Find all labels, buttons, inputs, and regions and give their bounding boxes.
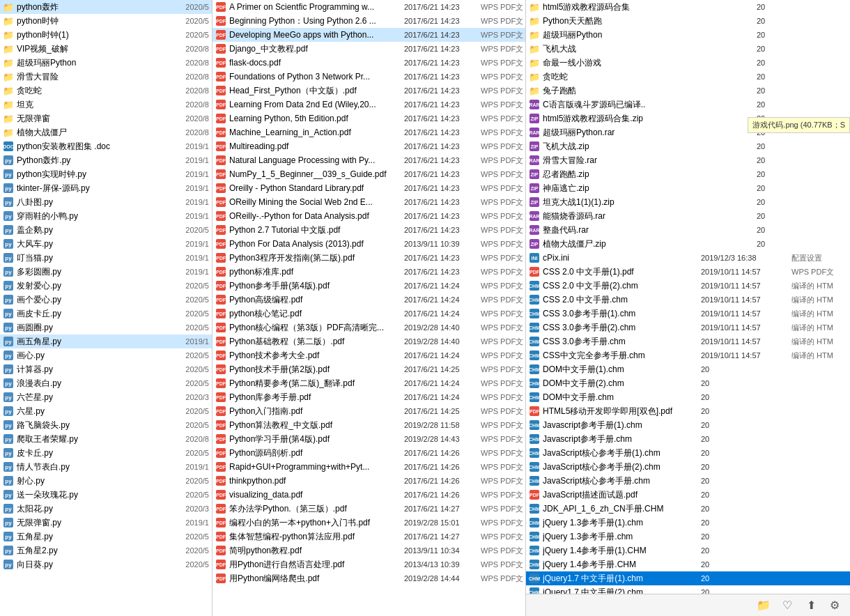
list-item[interactable]: RARC语言版魂斗罗源码已编译..20 — [526, 98, 850, 111]
list-item[interactable]: py画个爱心.py2020/5 — [0, 293, 212, 307]
list-item[interactable]: CHMCSS 2.0 中文手册(2).chm2019/10/11 14:57编译… — [526, 279, 850, 293]
list-item[interactable]: PDFPython算法教程_中文版.pdf2019/2/28 11:58WPS … — [212, 418, 525, 432]
list-item[interactable]: CHMCSS 3.0参考手册(1).chm2019/10/11 14:57编译的… — [526, 307, 850, 321]
list-item[interactable]: py八卦图.py2019/1 — [0, 195, 212, 209]
list-item[interactable]: CHMJavascript参考手册(1).chm20 — [526, 418, 850, 432]
list-item[interactable]: CHMJavaScript核心参考手册(2).chm20 — [526, 460, 850, 474]
list-item[interactable]: py皮卡丘.py2020/5 — [0, 446, 212, 460]
list-item[interactable]: PDFflask-docs.pdf2017/6/21 14:23WPS PDF文 — [212, 56, 525, 70]
list-item[interactable]: 📁超级玛丽Python2020/8 — [0, 56, 212, 70]
list-item[interactable]: PDFPython基础教程（第二版）.pdf2019/2/28 14:40WPS… — [212, 334, 525, 348]
list-item[interactable]: PDFLearning Python, 5th Edition.pdf2017/… — [212, 111, 525, 125]
list-item[interactable]: CHMJavaScript核心参考手册(1).chm20 — [526, 446, 850, 460]
list-item[interactable]: CHMCSS 3.0参考手册.chm2019/10/11 14:57编译的 HT… — [526, 334, 850, 348]
list-item[interactable]: py画圆圈.py2020/5 — [0, 321, 212, 334]
list-item[interactable]: PDFPython源码剖析.pdf2017/6/21 14:26WPS PDF文 — [212, 446, 525, 460]
list-item[interactable]: PDFPython入门指南.pdf2017/6/21 14:25WPS PDF文 — [212, 404, 525, 418]
list-item[interactable]: CHMjQuery 1.4参考手册(1).CHM20 — [526, 544, 850, 557]
list-item[interactable]: PDFNumPy_1_5_Beginner__039_s_Guide.pdf20… — [212, 167, 525, 181]
list-item[interactable]: py六星.py2020/5 — [0, 404, 212, 418]
list-item[interactable]: CHMjQuery1.7 中文手册(1).chm20 — [526, 571, 850, 585]
list-item[interactable]: PDFJavaScript描述面试题.pdf20 — [526, 488, 850, 502]
list-item[interactable]: PDF用Python编网络爬虫.pdf2019/2/28 14:44WPS PD… — [212, 571, 525, 585]
list-item[interactable]: PDFA Primer on Scientfic Programming w..… — [212, 0, 525, 14]
list-item[interactable]: CHMjQuery 1.3参考手册.chm20 — [526, 530, 850, 544]
folder-icon[interactable]: 📁 — [755, 597, 772, 614]
list-item[interactable]: 📁超级玛丽Python20 — [526, 28, 850, 42]
list-item[interactable]: PDFPython核心编程（第3版）PDF高清晰完...2019/2/28 14… — [212, 321, 525, 334]
list-item[interactable]: 📁无限弹窗2020/8 — [0, 111, 212, 125]
list-item[interactable]: py画皮卡丘.py2020/5 — [0, 307, 212, 321]
list-item[interactable]: 📁python时钟(1)2020/5 — [0, 28, 212, 42]
list-item[interactable]: pytkinter-屏保-源码.py2019/1 — [0, 181, 212, 195]
list-item[interactable]: 📁html5游戏教程源码合集20 — [526, 0, 850, 14]
list-item[interactable]: py叮当猫.py2019/1 — [0, 251, 212, 265]
list-item[interactable]: PDFPython高级编程.pdf2017/6/21 14:24WPS PDF文 — [212, 293, 525, 307]
list-item[interactable]: PDFHTML5移动开发即学即用[双色].pdf20 — [526, 404, 850, 418]
list-item[interactable]: py路飞脑袋头.py2020/5 — [0, 418, 212, 432]
list-item[interactable]: 📁飞机大战20 — [526, 42, 850, 56]
heart-icon[interactable]: ♡ — [779, 597, 796, 614]
list-item[interactable]: DOCpython安装教程图集 .doc2019/1 — [0, 139, 212, 153]
list-item[interactable]: 📁命最一线小游戏20 — [526, 56, 850, 70]
list-item[interactable]: PDFPython技术参考大全.pdf2017/6/21 14:24WPS PD… — [212, 348, 525, 362]
list-item[interactable]: pypython实现时钟.py2019/1 — [0, 167, 212, 181]
list-item[interactable]: CHMDOM中文手册.chm20 — [526, 390, 850, 404]
list-item[interactable]: PDFPython 2.7 Tutorial 中文版.pdf2017/6/21 … — [212, 223, 525, 237]
list-item[interactable]: py画五角星.py2019/1 — [0, 334, 212, 348]
list-item[interactable]: PDFLearning From Data 2nd Ed (Wiley,20..… — [212, 98, 525, 111]
list-item[interactable]: PDF编程小白的第一本+python+入门书.pdf2019/2/28 15:0… — [212, 516, 525, 530]
list-item[interactable]: ZIP飞机大战.zip20 — [526, 139, 850, 153]
list-item[interactable]: INIcPix.ini2019/12/3 16:38配置设置 — [526, 251, 850, 265]
list-item[interactable]: CHMCSS中文完全参考手册.chm2019/10/11 14:57编译的 HT… — [526, 348, 850, 362]
list-item[interactable]: ZIP植物大战僵尸.zip20 — [526, 237, 850, 251]
list-item[interactable]: PDFvisualizing_data.pdf2017/6/21 14:26WP… — [212, 488, 525, 502]
list-item[interactable]: CHMJavascript参考手册.chm20 — [526, 432, 850, 446]
list-item[interactable]: py五角星.py2020/5 — [0, 530, 212, 544]
list-item[interactable]: py计算器.py2020/5 — [0, 362, 212, 376]
list-item[interactable]: CHMDOM中文手册(1).chm20 — [526, 362, 850, 376]
list-item[interactable]: PDFHead_First_Python（中文版）.pdf2017/6/21 1… — [212, 84, 525, 98]
list-item[interactable]: 📁植物大战僵尸2020/8 — [0, 125, 212, 139]
list-item[interactable]: PDFCSS 2.0 中文手册(1).pdf2019/10/11 14:57WP… — [526, 265, 850, 279]
list-item[interactable]: PDFPython参考手册(第4版).pdf2017/6/21 14:24WPS… — [212, 279, 525, 293]
list-item[interactable]: PDFDeveloping MeeGo apps with Python...2… — [212, 28, 525, 42]
list-item[interactable]: PDF简明python教程.pdf2013/9/11 10:34WPS PDF文 — [212, 544, 525, 557]
list-item[interactable]: CHMCSS 2.0 中文手册.chm2019/10/11 14:57编译的 H… — [526, 293, 850, 307]
list-item[interactable]: PDFMachine_Learning_in_Action.pdf2017/6/… — [212, 125, 525, 139]
list-item[interactable]: py爬取王者荣耀.py2020/8 — [0, 432, 212, 446]
list-item[interactable]: 📁兔子跑酷20 — [526, 84, 850, 98]
list-item[interactable]: PDFpython核心笔记.pdf2017/6/21 14:24WPS PDF文 — [212, 307, 525, 321]
list-item[interactable]: PDFPython精要参考(第二版)_翻译.pdf2017/6/21 14:24… — [212, 376, 525, 390]
list-item[interactable]: 📁贪吃蛇2020/8 — [0, 84, 212, 98]
list-item[interactable]: PDF笨办法学Python.（第三版）.pdf2017/6/21 14:27WP… — [212, 502, 525, 516]
list-item[interactable]: py多彩圆圈.py2019/1 — [0, 265, 212, 279]
list-item[interactable]: PDFOreilly - Python Standard Library.pdf… — [212, 181, 525, 195]
list-item[interactable]: PDFPython3程序开发指南(第二版).pdf2017/6/21 14:23… — [212, 251, 525, 265]
list-item[interactable]: py六芒星.py2020/3 — [0, 390, 212, 404]
list-item[interactable]: 📁Python天天酷跑20 — [526, 14, 850, 28]
list-item[interactable]: PDFRapid+GUI+Programming+with+Pyt...2017… — [212, 460, 525, 474]
list-item[interactable]: CHMCSS 3.0参考手册(2).chm2019/10/11 14:57编译的… — [526, 321, 850, 334]
list-item[interactable]: PDFthinkpython.pdf2017/6/21 14:26WPS PDF… — [212, 474, 525, 488]
list-item[interactable]: py盖企鹅.py2020/5 — [0, 223, 212, 237]
list-item[interactable]: PDFDjango_中文教程.pdf2017/6/21 14:23WPS PDF… — [212, 42, 525, 56]
list-item[interactable]: CHMjQuery 1.3参考手册(1).chm20 — [526, 516, 850, 530]
list-item[interactable]: py送一朵玫瑰花.py2020/5 — [0, 488, 212, 502]
list-item[interactable]: 📁VIP视频_破解2020/8 — [0, 42, 212, 56]
list-item[interactable]: ZIP神庙逃亡.zip20 — [526, 181, 850, 195]
list-item[interactable]: py无限弹窗.py2019/1 — [0, 516, 212, 530]
list-item[interactable]: PDFPython库参考手册.pdf2017/6/21 14:24WPS PDF… — [212, 390, 525, 404]
list-item[interactable]: PDFOReilly-.-Python for Data Analysis.pd… — [212, 209, 525, 223]
list-item[interactable]: PDFPython For Data Analysis (2013).pdf20… — [212, 237, 525, 251]
list-item[interactable]: PDFNatural Language Processing with Py..… — [212, 153, 525, 167]
settings-icon[interactable]: ⚙ — [826, 597, 843, 614]
list-item[interactable]: py画心.py2020/5 — [0, 348, 212, 362]
list-item[interactable]: RAR能猫烧香源码.rar20 — [526, 209, 850, 223]
list-item[interactable]: PDFPython学习手册(第4版).pdf2019/2/28 14:43WPS… — [212, 432, 525, 446]
list-item[interactable]: CHMjQuery 1.4参考手册.CHM20 — [526, 557, 850, 571]
list-item[interactable]: PDF集体智慧编程-python算法应用.pdf2017/6/21 14:27W… — [212, 530, 525, 544]
list-item[interactable]: py情人节表白.py2019/1 — [0, 460, 212, 474]
list-item[interactable]: py五角星2.py2020/5 — [0, 544, 212, 557]
list-item[interactable]: PDFOReilly Mining the Social Web 2nd E..… — [212, 195, 525, 209]
